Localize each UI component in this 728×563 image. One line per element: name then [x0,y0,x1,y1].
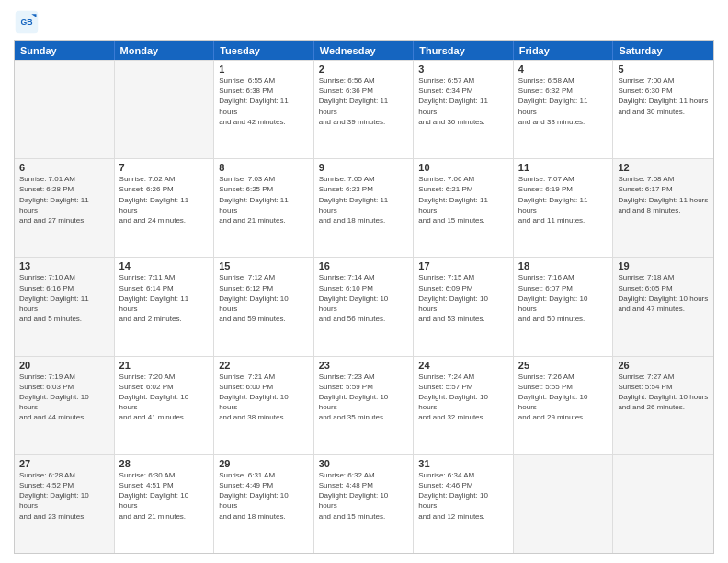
day-number: 1 [219,63,309,75]
sunrise-text: Sunrise: 6:28 AM [19,470,109,480]
sunset-text: Sunset: 6:19 PM [518,184,609,194]
daylight-text: Daylight: Daylight: 10 hoursand and 44 m… [19,392,109,423]
sunrise-text: Sunrise: 7:10 AM [19,272,109,282]
sunrise-text: Sunrise: 6:34 AM [418,470,508,480]
sunrise-text: Sunrise: 7:16 AM [518,272,609,282]
sunset-text: Sunset: 6:26 PM [119,184,210,194]
calendar-header: SundayMondayTuesdayWednesdayThursdayFrid… [15,41,713,60]
day-number: 11 [518,162,609,173]
cal-cell-day-28: 28Sunrise: 6:30 AMSunset: 4:51 PMDayligh… [115,455,215,553]
daylight-text: Daylight: Daylight: 11 hoursand and 42 m… [219,96,309,127]
day-number: 4 [518,63,609,75]
sunset-text: Sunset: 4:48 PM [319,480,409,490]
sunrise-text: Sunrise: 7:14 AM [319,272,409,282]
daylight-text: Daylight: Daylight: 10 hoursand and 15 m… [319,490,409,522]
day-number: 15 [219,260,309,271]
cal-cell-day-22: 22Sunrise: 7:21 AMSunset: 6:00 PMDayligh… [214,357,314,454]
daylight-text: Daylight: Daylight: 11 hoursand and 2 mi… [119,293,210,325]
sunrise-text: Sunrise: 7:15 AM [418,272,508,282]
day-number: 17 [418,260,508,271]
cal-cell-day-3: 3Sunrise: 6:57 AMSunset: 6:34 PMDaylight… [414,61,514,158]
sunset-text: Sunset: 6:05 PM [618,283,709,293]
cal-cell-empty [15,61,115,158]
cal-cell-day-13: 13Sunrise: 7:10 AMSunset: 6:16 PMDayligh… [15,258,115,355]
day-number: 31 [418,458,508,469]
sunrise-text: Sunrise: 7:18 AM [618,272,709,282]
cal-cell-day-5: 5Sunrise: 7:00 AMSunset: 6:30 PMDaylight… [613,61,713,158]
cal-cell-day-23: 23Sunrise: 7:23 AMSunset: 5:59 PMDayligh… [314,357,415,454]
sunset-text: Sunset: 4:52 PM [19,480,109,490]
daylight-text: Daylight: Daylight: 11 hoursand and 8 mi… [618,195,709,215]
day-number: 16 [319,260,409,271]
sunrise-text: Sunrise: 7:19 AM [19,372,109,382]
calendar-row-3: 13Sunrise: 7:10 AMSunset: 6:16 PMDayligh… [15,257,713,355]
sunset-text: Sunset: 6:32 PM [518,86,609,96]
sunrise-text: Sunrise: 7:11 AM [119,272,210,282]
daylight-text: Daylight: Daylight: 10 hoursand and 47 m… [618,293,709,314]
sunset-text: Sunset: 6:38 PM [219,86,309,96]
day-of-week-thursday: Thursday [414,41,514,60]
cal-cell-day-24: 24Sunrise: 7:24 AMSunset: 5:57 PMDayligh… [414,357,514,454]
sunset-text: Sunset: 6:02 PM [119,382,210,392]
sunset-text: Sunset: 6:09 PM [418,283,508,293]
daylight-text: Daylight: Daylight: 10 hoursand and 29 m… [518,392,609,423]
day-number: 8 [219,162,309,173]
daylight-text: Daylight: Daylight: 11 hoursand and 36 m… [418,96,508,127]
sunrise-text: Sunrise: 6:55 AM [219,75,309,86]
daylight-text: Daylight: Daylight: 11 hoursand and 33 m… [518,96,609,127]
sunrise-text: Sunrise: 7:01 AM [19,174,109,184]
cal-cell-day-9: 9Sunrise: 7:05 AMSunset: 6:23 PMDaylight… [314,159,415,257]
day-number: 21 [119,360,210,371]
cal-cell-day-18: 18Sunrise: 7:16 AMSunset: 6:07 PMDayligh… [514,258,614,355]
sunset-text: Sunset: 5:57 PM [418,382,508,392]
sunset-text: Sunset: 6:34 PM [418,86,508,96]
daylight-text: Daylight: Daylight: 11 hoursand and 21 m… [219,195,309,226]
day-of-week-tuesday: Tuesday [214,41,314,60]
day-number: 2 [319,63,409,75]
cal-cell-day-26: 26Sunrise: 7:27 AMSunset: 5:54 PMDayligh… [613,357,713,454]
sunset-text: Sunset: 6:23 PM [319,184,409,194]
cal-cell-day-19: 19Sunrise: 7:18 AMSunset: 6:05 PMDayligh… [613,258,713,355]
sunset-text: Sunset: 6:10 PM [319,283,409,293]
sunset-text: Sunset: 5:59 PM [319,382,409,392]
day-number: 30 [319,458,409,469]
cal-cell-day-7: 7Sunrise: 7:02 AMSunset: 6:26 PMDaylight… [115,159,215,257]
sunrise-text: Sunrise: 6:56 AM [319,75,409,86]
daylight-text: Daylight: Daylight: 10 hoursand and 26 m… [618,392,709,412]
day-number: 13 [19,260,109,271]
cal-cell-day-30: 30Sunrise: 6:32 AMSunset: 4:48 PMDayligh… [314,455,415,553]
cal-cell-empty [115,61,215,158]
sunset-text: Sunset: 5:55 PM [518,382,609,392]
sunset-text: Sunset: 6:21 PM [418,184,508,194]
day-number: 3 [418,63,508,75]
daylight-text: Daylight: Daylight: 11 hoursand and 39 m… [319,96,409,127]
day-number: 25 [518,360,609,371]
sunrise-text: Sunrise: 7:02 AM [119,174,210,184]
day-number: 6 [19,162,109,173]
daylight-text: Daylight: Daylight: 10 hoursand and 21 m… [119,490,210,522]
sunset-text: Sunset: 6:14 PM [119,283,210,293]
daylight-text: Daylight: Daylight: 10 hoursand and 41 m… [119,392,210,423]
sunrise-text: Sunrise: 6:57 AM [418,75,508,86]
daylight-text: Daylight: Daylight: 10 hoursand and 12 m… [418,490,508,522]
daylight-text: Daylight: Daylight: 10 hoursand and 23 m… [19,490,109,522]
page: GB SundayMondayTuesdayWednesdayThursdayF… [0,0,728,563]
sunset-text: Sunset: 6:25 PM [219,184,309,194]
sunset-text: Sunset: 5:54 PM [618,382,709,392]
cal-cell-day-17: 17Sunrise: 7:15 AMSunset: 6:09 PMDayligh… [414,258,514,355]
day-of-week-wednesday: Wednesday [314,41,415,60]
cal-cell-day-2: 2Sunrise: 6:56 AMSunset: 6:36 PMDaylight… [314,61,415,158]
cal-cell-day-6: 6Sunrise: 7:01 AMSunset: 6:28 PMDaylight… [15,159,115,257]
sunset-text: Sunset: 6:28 PM [19,184,109,194]
sunset-text: Sunset: 6:17 PM [618,184,709,194]
day-number: 24 [418,360,508,371]
cal-cell-day-4: 4Sunrise: 6:58 AMSunset: 6:32 PMDaylight… [514,61,614,158]
daylight-text: Daylight: Daylight: 10 hoursand and 18 m… [219,490,309,522]
daylight-text: Daylight: Daylight: 10 hoursand and 56 m… [319,293,409,325]
cal-cell-day-25: 25Sunrise: 7:26 AMSunset: 5:55 PMDayligh… [514,357,614,454]
logo-icon: GB [14,9,40,35]
sunset-text: Sunset: 6:03 PM [19,382,109,392]
day-number: 27 [19,458,109,469]
sunrise-text: Sunrise: 7:06 AM [418,174,508,184]
sunrise-text: Sunrise: 7:00 AM [618,75,709,86]
